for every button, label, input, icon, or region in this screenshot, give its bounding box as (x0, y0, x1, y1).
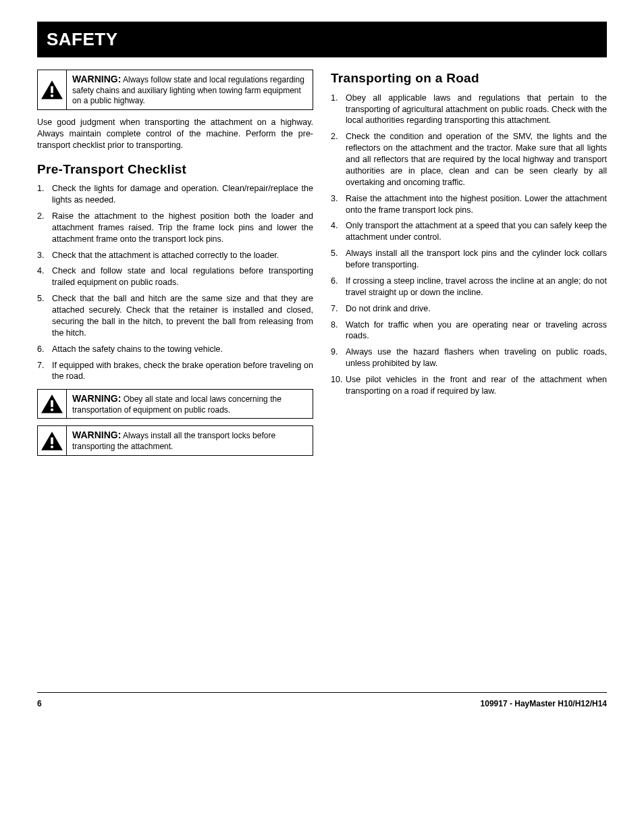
section-heading-transporting: Transporting on a Road (331, 70, 607, 87)
warning-box-2: WARNING: Obey all state and local laws c… (37, 389, 313, 419)
warning-title: WARNING: (72, 429, 121, 440)
alert-icon (38, 390, 67, 418)
list-item: 5.Always install all the transport lock … (331, 248, 607, 271)
list-item: 7.Do not drink and drive. (331, 303, 607, 315)
section-header: SAFETY (37, 22, 607, 57)
list-item: 2.Raise the attachment to the highest po… (37, 211, 313, 245)
list-item: 6.Attach the safety chains to the towing… (37, 344, 313, 355)
intro-paragraph: Use good judgment when transporting the … (37, 117, 313, 151)
list-item: 3.Raise the attachment into the highest … (331, 193, 607, 216)
footer-divider (37, 692, 607, 693)
list-item: 4.Check and follow state and local regul… (37, 265, 313, 288)
list-item: 2.Check the condition and operation of t… (331, 131, 607, 188)
alert-icon (38, 426, 67, 454)
list-item: 8.Watch for traffic when you are operati… (331, 319, 607, 342)
left-column: WARNING: Always follow state and local r… (37, 70, 313, 463)
svg-point-8 (51, 445, 53, 448)
list-item: 4.Only transport the attachment at a spe… (331, 220, 607, 243)
list-item: 1.Check the lights for damage and operat… (37, 183, 313, 206)
right-column: Transporting on a Road 1.Obey all applic… (331, 70, 607, 463)
warning-body: WARNING: Obey all state and local laws c… (67, 390, 313, 418)
doc-id: 109917 - HayMaster H10/H12/H14 (481, 698, 607, 709)
warning-title: WARNING: (72, 74, 121, 84)
svg-point-5 (51, 409, 53, 411)
page-title: SAFETY (47, 28, 597, 51)
list-item: 7.If equipped with brakes, check the bra… (37, 360, 313, 383)
svg-rect-7 (51, 437, 53, 444)
list-item: 9.Always use the hazard flashers when tr… (331, 346, 607, 369)
list-item: 10.Use pilot vehicles in the front and r… (331, 374, 607, 397)
page-number: 6 (37, 698, 42, 709)
alert-icon (38, 70, 67, 109)
list-item: 6.If crossing a steep incline, travel ac… (331, 276, 607, 298)
list-item: 3.Check that the attachment is attached … (37, 250, 313, 261)
warning-body: WARNING: Always install all the transpor… (67, 426, 313, 454)
list-item: 1.Obey all applicable laws and regulatio… (331, 93, 607, 127)
two-column-layout: WARNING: Always follow state and local r… (37, 70, 607, 463)
transporting-list: 1.Obey all applicable laws and regulatio… (331, 93, 607, 397)
page-footer: 6 109917 - HayMaster H10/H12/H14 (37, 698, 607, 709)
warning-body: WARNING: Always follow state and local r… (67, 70, 313, 109)
svg-point-2 (51, 95, 53, 97)
list-item: 5.Check that the ball and hitch are the … (37, 293, 313, 339)
svg-rect-1 (51, 86, 53, 93)
warning-box-1: WARNING: Always follow state and local r… (37, 70, 313, 110)
pretransport-list: 1.Check the lights for damage and operat… (37, 183, 313, 382)
section-heading-pretransport: Pre-Transport Checklist (37, 161, 313, 178)
warning-box-3: WARNING: Always install all the transpor… (37, 425, 313, 455)
svg-rect-4 (51, 400, 53, 407)
warning-title: WARNING: (72, 393, 121, 404)
